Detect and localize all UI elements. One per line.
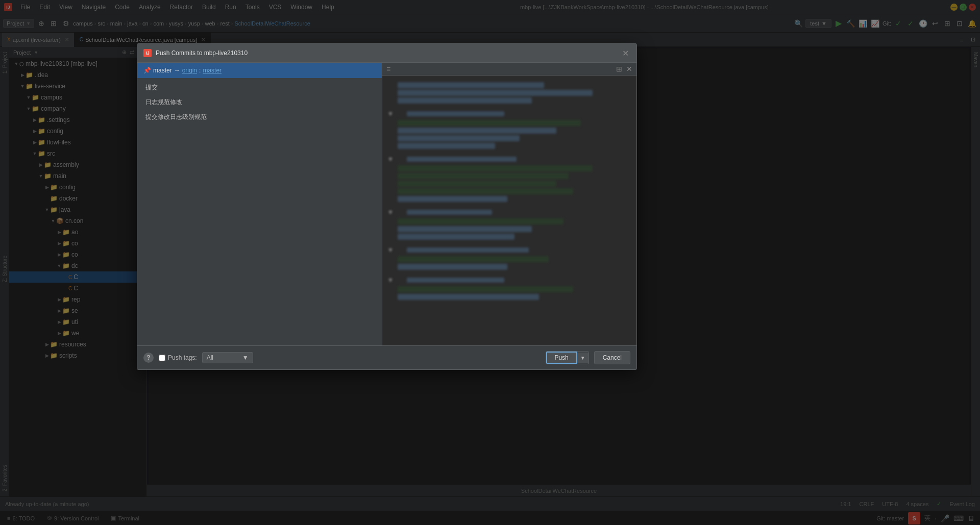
diff-section-3: ▼ [387, 155, 631, 202]
push-tags-arrow: ▼ [242, 354, 249, 361]
commit-item-3[interactable]: 提交修改日志级别规范 [137, 110, 382, 124]
branch-target-link[interactable]: master [203, 67, 222, 74]
push-button-group: Push ▼ [546, 351, 589, 364]
diff-section-2: ▼ [387, 110, 631, 149]
close-diff-icon[interactable]: ✕ [626, 65, 632, 73]
push-tags-dropdown[interactable]: All ▼ [202, 352, 253, 363]
cancel-button[interactable]: Cancel [594, 351, 630, 364]
push-dropdown-arrow[interactable]: ▼ [577, 353, 589, 363]
diff-collapse-arrow-4[interactable]: ▼ [387, 209, 394, 216]
modal-body: 📌 master → origin : master 提交 日志规范 [137, 63, 636, 345]
diff-toolbar: ≡ ⊞ ✕ [382, 63, 636, 76]
push-tags-checkbox[interactable] [159, 355, 165, 361]
commits-pane: 📌 master → origin : master 提交 日志规范 [137, 63, 382, 345]
branch-remote-link[interactable]: origin [182, 67, 197, 74]
commit-subject-3: 提交修改日志级别规范 [145, 113, 374, 121]
pin-icon: 📌 [143, 67, 151, 74]
push-main-button[interactable]: Push [546, 352, 577, 364]
diff-section-1 [387, 82, 631, 104]
diff-collapse-arrow-6[interactable]: ▼ [387, 277, 394, 284]
diff-section-header-2: ▼ [387, 110, 631, 118]
commits-list: 提交 日志规范修改 提交修改日志级别规范 [137, 78, 382, 345]
diff-collapse-arrow-5[interactable]: ▼ [387, 246, 394, 254]
commit-subject-1: 提交 [145, 83, 374, 92]
app-window: IJ File Edit View Navigate Code Analyze … [0, 0, 980, 525]
diff-section-header-3: ▼ [387, 155, 631, 163]
diff-section-header-4: ▼ [387, 208, 631, 216]
push-commits-dialog: IJ Push Commits to mbp-live210310 ✕ 📌 ma… [137, 43, 637, 370]
diff-content: ▼ ▼ [382, 76, 636, 311]
push-tags-label: Push tags: [168, 354, 197, 361]
modal-footer: ? Push tags: All ▼ Push ▼ Cancel [137, 345, 636, 369]
modal-overlay: IJ Push Commits to mbp-live210310 ✕ 📌 ma… [0, 0, 980, 525]
diff-section-5: ▼ [387, 246, 631, 270]
branch-arrow: → [174, 67, 180, 74]
diff-section-header-5: ▼ [387, 246, 631, 254]
diff-section-6: ▼ [387, 276, 631, 300]
diff-collapse-arrow-3[interactable]: ▼ [387, 156, 394, 163]
modal-header: IJ Push Commits to mbp-live210310 ✕ [137, 44, 636, 63]
diff-pane: ≡ ⊞ ✕ [382, 63, 636, 345]
modal-close-button[interactable]: ✕ [620, 48, 630, 58]
push-tags-value: All [207, 354, 213, 361]
expand-icon[interactable]: ⊞ [616, 65, 622, 73]
diff-collapse-arrow[interactable]: ▼ [387, 110, 394, 117]
commit-subject-2: 日志规范修改 [145, 98, 374, 107]
commit-item-2[interactable]: 日志规范修改 [137, 95, 382, 110]
modal-app-icon: IJ [143, 49, 152, 57]
collapse-icon[interactable]: ≡ [386, 65, 390, 73]
diff-section-header-6: ▼ [387, 276, 631, 284]
diff-section-4: ▼ [387, 208, 631, 240]
commit-item-1[interactable]: 提交 [137, 80, 382, 95]
branch-source: master [153, 67, 172, 74]
branch-header[interactable]: 📌 master → origin : master [137, 63, 382, 78]
branch-colon: : [199, 67, 201, 74]
modal-title: Push Commits to mbp-live210310 [156, 49, 616, 57]
push-tags-checkbox-label[interactable]: Push tags: [159, 354, 197, 361]
help-button[interactable]: ? [143, 353, 154, 363]
